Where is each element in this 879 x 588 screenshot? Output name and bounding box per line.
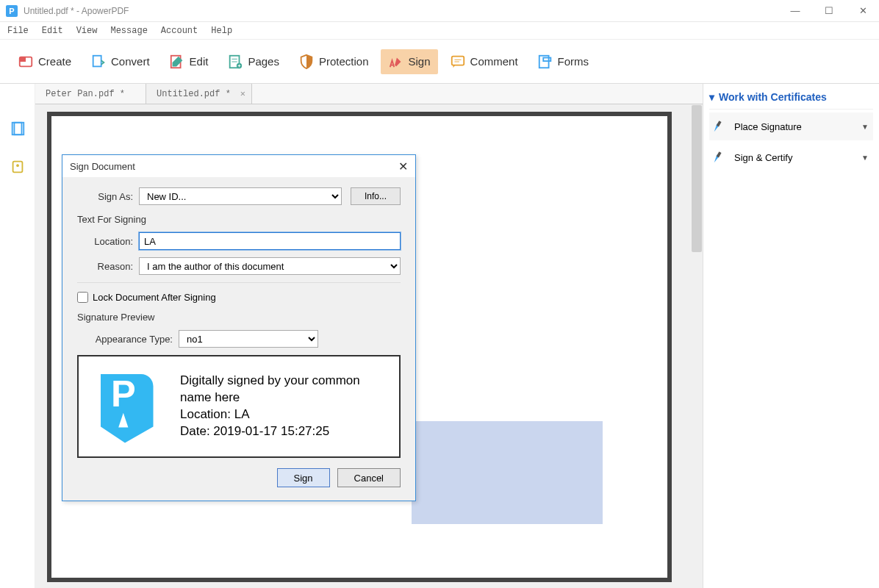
toolbar-edit[interactable]: Edit bbox=[162, 49, 216, 74]
tab-peter-pan[interactable]: Peter Pan.pdf * bbox=[35, 84, 146, 104]
tab-label: Peter Pan.pdf * bbox=[46, 89, 125, 99]
menu-view[interactable]: View bbox=[76, 26, 98, 36]
tab-label: Untitled.pdf * bbox=[157, 89, 231, 99]
tab-close-icon[interactable]: ✕ bbox=[240, 88, 245, 99]
chevron-down-icon: ▼ bbox=[861, 154, 869, 162]
panel-item-place-signature[interactable]: Place Signature ▼ bbox=[709, 112, 873, 140]
toolbar-comment[interactable]: Comment bbox=[442, 49, 525, 74]
signature-preview-label: Signature Preview bbox=[77, 312, 401, 323]
sign-as-label: Sign As: bbox=[77, 191, 133, 202]
appearance-type-select[interactable]: no1 bbox=[179, 330, 318, 348]
location-label: Location: bbox=[77, 236, 133, 247]
chevron-down-icon: ▼ bbox=[861, 123, 869, 131]
tab-untitled[interactable]: Untitled.pdf * ✕ bbox=[146, 84, 252, 104]
thumbnails-icon[interactable] bbox=[10, 121, 26, 137]
right-panel-header[interactable]: ▾ Work with Certificates bbox=[709, 88, 873, 110]
toolbar-create-label: Create bbox=[38, 55, 71, 68]
reason-select[interactable]: I am the author of this document bbox=[139, 257, 401, 275]
toolbar: Create Convert Edit Pages Protection Sig… bbox=[0, 40, 879, 84]
forms-icon bbox=[537, 54, 553, 70]
menu-help[interactable]: Help bbox=[211, 26, 232, 36]
toolbar-create[interactable]: Create bbox=[10, 49, 79, 74]
app-icon: P bbox=[6, 5, 18, 17]
pen-icon bbox=[712, 149, 728, 165]
signature-placeholder[interactable] bbox=[412, 421, 603, 524]
protection-icon bbox=[298, 54, 315, 70]
toolbar-convert[interactable]: Convert bbox=[83, 49, 157, 74]
sign-document-dialog: Sign Document ✕ Sign As: New ID... Info.… bbox=[62, 154, 416, 501]
menu-message[interactable]: Message bbox=[110, 26, 147, 36]
panel-item-label: Sign & Certify bbox=[734, 152, 792, 163]
toolbar-protection[interactable]: Protection bbox=[291, 49, 376, 74]
sign-icon bbox=[388, 54, 404, 70]
close-button[interactable]: ✕ bbox=[853, 5, 873, 16]
toolbar-convert-label: Convert bbox=[111, 55, 150, 68]
toolbar-protection-label: Protection bbox=[319, 55, 369, 68]
panel-item-sign-certify[interactable]: Sign & Certify ▼ bbox=[709, 143, 873, 171]
document-tabs: Peter Pan.pdf * Untitled.pdf * ✕ bbox=[35, 84, 703, 104]
toolbar-edit-label: Edit bbox=[190, 55, 209, 68]
toolbar-comment-label: Comment bbox=[470, 55, 518, 68]
collapse-icon: ▾ bbox=[709, 91, 714, 103]
window-title: Untitled.pdf * - ApowerPDF bbox=[24, 6, 785, 16]
preview-line3: Date: 2019-01-17 15:27:25 bbox=[180, 423, 393, 440]
svg-point-16 bbox=[16, 164, 19, 167]
menu-account[interactable]: Account bbox=[161, 26, 198, 36]
dialog-titlebar: Sign Document ✕ bbox=[62, 155, 415, 177]
left-sidebar bbox=[0, 84, 35, 588]
signature-preview-box: P Digitally signed by your common name h… bbox=[77, 355, 401, 458]
panel-item-label: Place Signature bbox=[734, 121, 802, 132]
preview-logo-icon: P bbox=[85, 366, 165, 447]
minimize-button[interactable]: — bbox=[785, 5, 806, 16]
lock-document-label: Lock Document After Signing bbox=[93, 292, 216, 303]
toolbar-forms-label: Forms bbox=[558, 55, 589, 68]
text-for-signing-label: Text For Signing bbox=[77, 214, 401, 225]
toolbar-pages-label: Pages bbox=[248, 55, 279, 68]
svg-rect-12 bbox=[543, 57, 550, 61]
sign-button[interactable]: Sign bbox=[277, 468, 330, 487]
toolbar-sign-label: Sign bbox=[409, 55, 431, 68]
toolbar-sign[interactable]: Sign bbox=[381, 49, 438, 74]
maximize-button[interactable]: ☐ bbox=[819, 5, 839, 16]
cancel-button[interactable]: Cancel bbox=[337, 468, 401, 487]
toolbar-forms[interactable]: Forms bbox=[530, 49, 597, 74]
lock-document-checkbox[interactable] bbox=[77, 292, 88, 303]
pages-icon bbox=[227, 54, 243, 70]
svg-text:P: P bbox=[111, 373, 136, 415]
svg-rect-8 bbox=[451, 56, 464, 65]
svg-rect-1 bbox=[20, 57, 26, 61]
sign-as-select[interactable]: New ID... bbox=[139, 187, 342, 205]
convert-icon bbox=[90, 54, 107, 70]
right-panel-title: Work with Certificates bbox=[719, 91, 827, 103]
create-icon bbox=[18, 54, 34, 70]
right-panel: ▾ Work with Certificates Place Signature… bbox=[703, 84, 879, 588]
preview-line1: Digitally signed by your common name her… bbox=[180, 373, 393, 406]
dialog-close-icon[interactable]: ✕ bbox=[398, 159, 408, 173]
menu-edit[interactable]: Edit bbox=[42, 26, 63, 36]
info-button[interactable]: Info... bbox=[351, 187, 401, 205]
dialog-title-text: Sign Document bbox=[70, 161, 135, 172]
titlebar: P Untitled.pdf * - ApowerPDF — ☐ ✕ bbox=[0, 0, 879, 22]
preview-text: Digitally signed by your common name her… bbox=[180, 373, 393, 440]
location-input[interactable] bbox=[139, 232, 401, 250]
comment-icon bbox=[450, 54, 466, 70]
menu-file[interactable]: File bbox=[7, 26, 29, 36]
vertical-scrollbar[interactable] bbox=[691, 104, 703, 588]
edit-icon bbox=[169, 54, 185, 70]
attachments-icon[interactable] bbox=[10, 159, 26, 175]
svg-rect-2 bbox=[93, 55, 101, 66]
preview-line2: Location: LA bbox=[180, 406, 393, 423]
menubar: File Edit View Message Account Help bbox=[0, 22, 879, 40]
reason-label: Reason: bbox=[77, 261, 133, 272]
toolbar-pages[interactable]: Pages bbox=[220, 49, 287, 74]
pen-icon bbox=[712, 118, 728, 135]
appearance-type-label: Appearance Type: bbox=[77, 334, 173, 345]
